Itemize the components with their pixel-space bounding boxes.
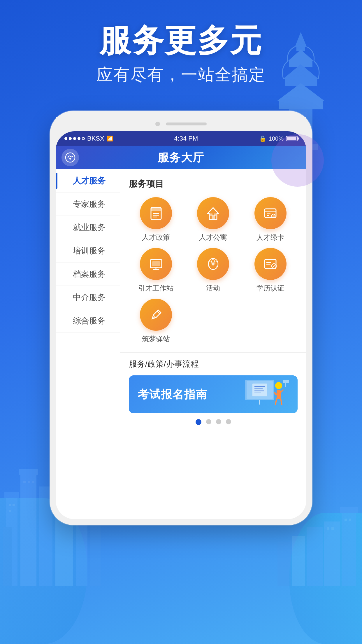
svg-rect-15 [32,481,34,483]
header-section: 服务更多元 应有尽有，一站全搞定 [0,23,362,86]
talent-apartment-label: 人才公寓 [199,233,227,242]
dream-station-icon [140,299,172,331]
app-content: 人才服务 专家服务 就业服务 培训服务 档案服务 中介服务 [56,169,306,519]
svg-rect-8 [3,527,12,586]
svg-rect-57 [152,261,160,266]
svg-rect-73 [252,384,267,396]
app-header: 服务大厅 [56,146,306,169]
service-item-edu-cert[interactable]: 学历认证 [243,248,298,293]
svg-rect-31 [340,507,358,513]
svg-line-84 [275,399,277,405]
svg-rect-9 [90,516,101,586]
service-item-dream-station[interactable]: 筑梦驿站 [129,299,183,344]
svg-point-79 [275,382,282,389]
svg-line-82 [281,390,283,392]
svg-point-40 [66,153,75,162]
service-item-talent-greencard[interactable]: 人才绿卡 [243,197,298,242]
service-item-activity[interactable]: 活动 [186,248,240,293]
sidebar-item-general-service[interactable]: 综合服务 [56,309,120,332]
activity-icon [197,248,229,280]
section-divider [120,352,306,353]
sidebar-item-talent-service[interactable]: 人才服务 [56,169,120,192]
phone-mockup: BKSX 📶 4:34 PM 🔒 100% [50,111,312,525]
svg-line-83 [274,392,276,394]
process-section: 服务/政策/办事流程 考试报名指南 [129,358,298,431]
svg-line-85 [281,399,282,405]
pagination-dot-1[interactable] [196,419,201,425]
svg-rect-10 [9,504,11,506]
svg-rect-49 [210,214,212,216]
svg-rect-23 [279,101,323,109]
talent-policy-label: 人才政策 [142,233,170,242]
status-left: BKSX 📶 [64,135,113,142]
svg-rect-39 [331,527,334,530]
talent-apartment-icon [197,197,229,229]
dream-station-label: 筑梦驿站 [142,334,170,344]
svg-rect-35 [277,542,291,586]
talent-greencard-icon [254,197,287,229]
notch-bar [166,123,207,125]
purple-decoration [271,134,324,187]
talent-policy-icon [140,197,172,229]
lock-icon: 🔒 [259,135,266,142]
sidebar-item-employment-service[interactable]: 就业服务 [56,216,120,239]
notch-dot [155,122,160,126]
edu-cert-label: 学历认证 [256,284,284,293]
svg-rect-86 [283,380,288,383]
sidebar-item-archive-service[interactable]: 档案服务 [56,262,120,286]
signal-dot-4 [78,137,80,140]
svg-rect-37 [349,519,351,521]
svg-rect-3 [19,469,38,475]
exam-guide-banner[interactable]: 考试报名指南 [129,375,298,413]
svg-rect-38 [327,527,329,530]
time-display: 4:34 PM [174,135,198,142]
sidebar-item-training-service[interactable]: 培训服务 [56,239,120,262]
service-item-talent-station[interactable]: 引才工作站 [129,248,183,293]
talent-greencard-label: 人才绿卡 [256,233,284,242]
svg-point-41 [69,158,71,160]
phone-inner: BKSX 📶 4:34 PM 🔒 100% [56,131,306,519]
signal-dots [64,137,85,140]
signal-dot-3 [73,137,76,140]
sub-title: 应有尽有，一站全搞定 [0,64,362,86]
wifi-icon: 📶 [107,135,113,142]
carrier-label: BKSX [87,135,104,142]
sidebar: 人才服务 专家服务 就业服务 培训服务 档案服务 中介服务 [56,169,120,519]
svg-rect-13 [23,481,26,483]
pagination [129,413,298,431]
main-title: 服务更多元 [0,23,362,58]
pagination-dot-4[interactable] [226,419,231,424]
app-title: 服务大厅 [158,150,204,165]
service-item-talent-apartment[interactable]: 人才公寓 [186,197,240,242]
phone-notch [56,117,306,131]
status-bar: BKSX 📶 4:34 PM 🔒 100% [56,131,306,146]
svg-rect-51 [265,209,276,218]
svg-rect-80 [277,390,281,399]
svg-rect-11 [13,504,15,506]
svg-rect-34 [292,536,305,586]
app-logo [61,149,79,166]
sidebar-item-agent-service[interactable]: 中介服务 [56,286,120,309]
svg-rect-1 [4,492,19,498]
service-section-title: 服务项目 [129,178,298,190]
service-item-talent-policy[interactable]: 人才政策 [129,197,183,242]
banner-illustration [242,378,289,410]
pagination-dot-2[interactable] [206,419,211,424]
activity-label: 活动 [206,284,220,293]
svg-rect-33 [307,527,323,586]
svg-rect-48 [212,215,215,219]
pagination-dot-3[interactable] [216,419,221,424]
logo-icon [65,152,75,163]
svg-point-70 [153,317,155,319]
banner-text: 考试报名指南 [138,387,208,402]
svg-rect-2 [20,475,36,586]
svg-rect-50 [214,214,216,216]
svg-rect-14 [28,481,30,483]
service-grid: 人才政策 人 [129,197,298,344]
process-title: 服务/政策/办事流程 [129,358,298,370]
svg-rect-30 [342,513,356,586]
svg-rect-32 [324,522,340,586]
svg-marker-87 [288,380,289,383]
talent-station-label: 引才工作站 [138,284,173,293]
sidebar-item-expert-service[interactable]: 专家服务 [56,192,120,216]
